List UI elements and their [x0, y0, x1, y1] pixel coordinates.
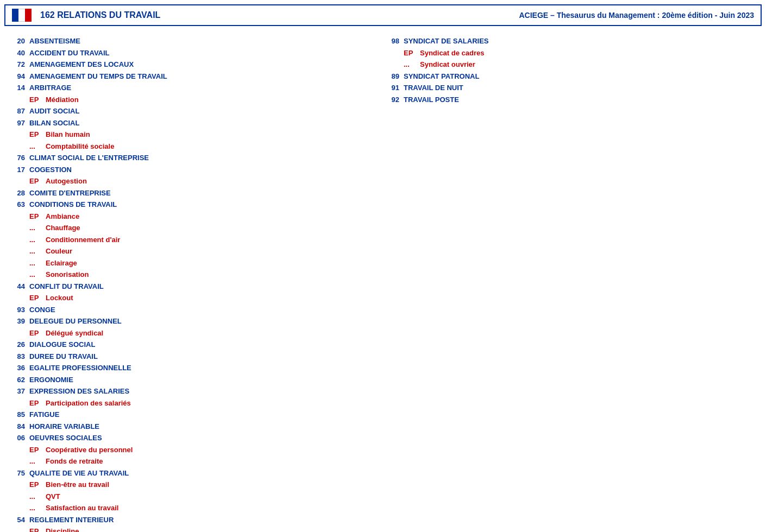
entry-main: 91 TRAVAIL DE NUIT	[383, 83, 746, 93]
entry-number: 40	[9, 48, 29, 59]
entry-sub: EP Médiation	[9, 94, 372, 105]
entry-sub-prefix: ...	[29, 258, 46, 269]
entry-sub-prefix: EP	[29, 211, 46, 222]
entry-sub-prefix: EP	[29, 479, 46, 490]
entry-sub: ... QVT	[9, 491, 372, 502]
entry-sub: EP Autogestion	[9, 176, 372, 187]
entry-sub-prefix: EP	[29, 94, 46, 105]
entry-main: 75 QUALITE DE VIE AU TRAVAIL	[9, 468, 372, 479]
entry-sub-prefix: ...	[29, 456, 46, 467]
entry-sub-label: Syndicat ouvrier	[420, 59, 475, 70]
entry-sub-prefix: EP	[29, 328, 46, 339]
entry-main: 44 CONFLIT DU TRAVAIL	[9, 281, 372, 292]
entry-sub: ... Chauffage	[9, 223, 372, 233]
entry-sub: ... Couleur	[9, 246, 372, 257]
entry-main: 54 REGLEMENT INTERIEUR	[9, 515, 372, 525]
entry-sub-label: Satisfaction au travail	[46, 503, 118, 514]
entry-main: 28 COMITE D'ENTREPRISE	[9, 188, 372, 199]
entry-main: 72 AMENAGEMENT DES LOCAUX	[9, 59, 372, 70]
entry-label: AMENAGEMENT DU TEMPS DE TRAVAIL	[29, 71, 167, 82]
entry-label: HORAIRE VARIABLE	[29, 421, 99, 432]
entry-number: 20	[9, 36, 29, 47]
entry-main: 14 ARBITRAGE	[9, 83, 372, 93]
entry-label: SYNDICAT PATRONAL	[404, 71, 479, 82]
entry-sub: EP Bien-être au travail	[9, 479, 372, 490]
entry-number: 72	[9, 59, 29, 70]
content: 20 ABSENTEISME 40 ACCIDENT DU TRAVAIL 72…	[0, 30, 766, 532]
entry-sub-label: Discipline	[46, 526, 79, 532]
entry-label: BILAN SOCIAL	[29, 118, 79, 129]
entry-sub-prefix: EP	[404, 48, 420, 59]
entry-number: 44	[9, 281, 29, 292]
entry-number: 91	[383, 83, 404, 93]
entry-sub-prefix: ...	[29, 141, 46, 152]
entry-label: EGALITE PROFESSIONNELLE	[29, 363, 131, 373]
entry-label: AUDIT SOCIAL	[29, 106, 79, 117]
entry-label: ARBITRAGE	[29, 83, 71, 93]
entry-number: 92	[383, 94, 404, 105]
header: 162 RELATIONS DU TRAVAIL ACIEGE – Thesau…	[4, 4, 762, 26]
entry-label: AMENAGEMENT DES LOCAUX	[29, 59, 134, 70]
entry-main: 93 CONGE	[9, 305, 372, 315]
entry-main: 20 ABSENTEISME	[9, 36, 372, 47]
entry-main: 63 CONDITIONS DE TRAVAIL	[9, 199, 372, 210]
entry-main: 94 AMENAGEMENT DU TEMPS DE TRAVAIL	[9, 71, 372, 82]
entry-label: COGESTION	[29, 164, 72, 175]
column-right: 98 SYNDICAT DE SALARIES EP Syndicat de c…	[383, 36, 757, 532]
entry-number: 87	[9, 106, 29, 117]
entry-number: 97	[9, 118, 29, 129]
entry-number: 06	[9, 433, 29, 444]
entry-main: 76 CLIMAT SOCIAL DE L'ENTREPRISE	[9, 153, 372, 163]
entry-number: 26	[9, 339, 29, 350]
entry-sub-prefix: EP	[29, 445, 46, 455]
entry-sub: ... Comptabilité sociale	[9, 141, 372, 152]
entry-label: EXPRESSION DES SALARIES	[29, 386, 129, 397]
entry-number: 14	[9, 83, 29, 93]
entry-sub: EP Bilan humain	[9, 129, 372, 140]
entry-label: ACCIDENT DU TRAVAIL	[29, 48, 110, 59]
entry-sub-label: Bien-être au travail	[46, 479, 109, 490]
entry-sub: ... Sonorisation	[9, 269, 372, 280]
entry-sub-label: Ambiance	[46, 211, 79, 222]
entry-sub-label: Autogestion	[46, 176, 87, 187]
entry-sub-prefix: EP	[29, 293, 46, 303]
entry-label: ABSENTEISME	[29, 36, 80, 47]
entry-sub: ... Fonds de retraite	[9, 456, 372, 467]
entry-number: 63	[9, 199, 29, 210]
entry-sub: EP Syndicat de cadres	[383, 48, 746, 59]
entry-sub: EP Participation des salariés	[9, 398, 372, 409]
entry-main: 36 EGALITE PROFESSIONNELLE	[9, 363, 372, 373]
entry-sub-prefix: ...	[29, 269, 46, 280]
entry-label: DIALOGUE SOCIAL	[29, 339, 95, 350]
entry-label: FATIGUE	[29, 409, 59, 420]
entry-sub-label: Lockout	[46, 293, 73, 303]
header-title: 162 RELATIONS DU TRAVAIL	[40, 10, 160, 20]
entry-label: CLIMAT SOCIAL DE L'ENTREPRISE	[29, 153, 149, 163]
entry-sub-label: Syndicat de cadres	[420, 48, 485, 59]
entry-number: 93	[9, 305, 29, 315]
entry-sub-label: Fonds de retraite	[46, 456, 103, 467]
entry-sub: EP Coopérative du personnel	[9, 445, 372, 455]
entry-sub-prefix: ...	[29, 223, 46, 233]
entry-sub-label: Eclairage	[46, 258, 77, 269]
entry-label: TRAVAIL POSTE	[404, 94, 459, 105]
entry-main: 87 AUDIT SOCIAL	[9, 106, 372, 117]
entry-number: 83	[9, 351, 29, 362]
entry-sub-prefix: ...	[29, 503, 46, 514]
entry-main: 85 FATIGUE	[9, 409, 372, 420]
entry-sub: ... Syndicat ouvrier	[383, 59, 746, 70]
entry-label: ERGONOMIE	[29, 375, 73, 385]
entry-sub-label: Participation des salariés	[46, 398, 131, 409]
entry-number: 76	[9, 153, 29, 163]
entry-sub-prefix: ...	[29, 235, 46, 245]
column-left: 20 ABSENTEISME 40 ACCIDENT DU TRAVAIL 72…	[9, 36, 383, 532]
entry-sub-label: Comptabilité sociale	[46, 141, 114, 152]
entry-number: 17	[9, 164, 29, 175]
header-subtitle: ACIEGE – Thesaurus du Management : 20ème…	[519, 11, 754, 20]
entry-main: 62 ERGONOMIE	[9, 375, 372, 385]
entry-label: CONGE	[29, 305, 55, 315]
entry-number: 85	[9, 409, 29, 420]
entry-number: 98	[383, 36, 404, 47]
entry-sub: EP Discipline	[9, 526, 372, 532]
entry-label: COMITE D'ENTREPRISE	[29, 188, 111, 199]
